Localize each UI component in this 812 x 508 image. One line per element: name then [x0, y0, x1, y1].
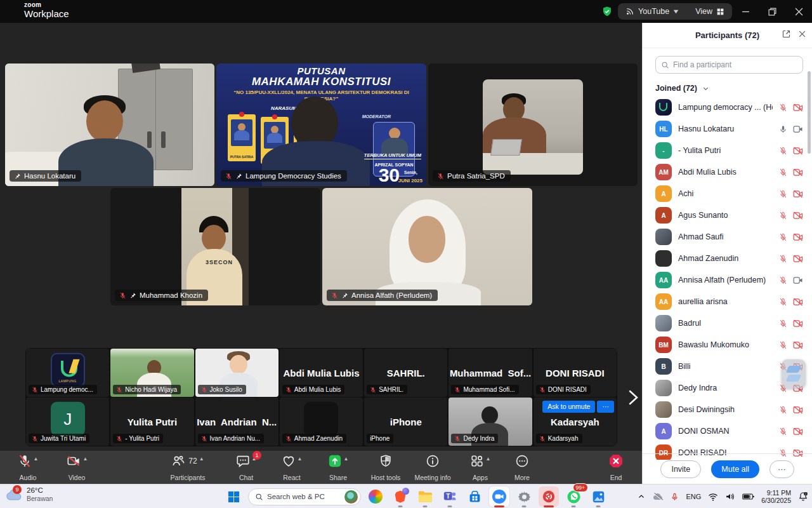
filmstrip-tile[interactable]: LAMPUNG J Juwita Tr [26, 398, 109, 446]
react-chevron-icon[interactable]: ▲ [298, 456, 303, 462]
react-button[interactable]: ▲ React [269, 453, 315, 481]
filmstrip-tile[interactable]: LAMPUNG Lampung de [26, 349, 109, 397]
photos-icon[interactable] [588, 486, 608, 507]
teams-icon[interactable]: T [440, 486, 460, 507]
filmstrip-tile[interactable]: LAMPUNG Nicho Hadi [110, 349, 193, 397]
participant-row[interactable]: BM Bawaslu Mukomuko [643, 334, 812, 356]
mic-in-use-icon[interactable] [671, 492, 679, 502]
filmstrip-tile[interactable]: LAMPUNG iPhone iPho [364, 398, 447, 446]
microsoft-store-icon[interactable] [464, 486, 485, 507]
minimize-button[interactable] [732, 0, 759, 23]
close-panel-icon[interactable] [797, 29, 807, 39]
ask-to-unmute-button[interactable]: Ask to unmute [542, 401, 595, 413]
participant-row[interactable]: AM Abdi Mulia Lubis [643, 161, 812, 183]
restore-button[interactable] [759, 0, 785, 23]
end-button[interactable]: End [593, 453, 639, 481]
filmstrip-tile[interactable]: LAMPUNG Abdi Mulia Lubis [280, 349, 363, 397]
participant-row[interactable]: - - Yulita Putri [643, 140, 812, 161]
invite-button[interactable]: Invite [660, 460, 701, 478]
filmstrip-tile[interactable]: LAMPUNG Yulita Putri [110, 398, 193, 446]
apps-button[interactable]: ▲ Apps [457, 453, 503, 481]
video-button[interactable]: ▲ Video [54, 453, 100, 481]
popout-icon[interactable] [782, 29, 791, 39]
joined-section-header[interactable]: Joined (72) [655, 84, 709, 93]
participant-row[interactable]: A Agus Sunanto [643, 204, 812, 226]
taskbar-clock[interactable]: 9:11 PM 6/30/2025 [761, 489, 791, 505]
share-chevron-icon[interactable]: ▲ [344, 456, 349, 462]
more-button[interactable]: More [499, 453, 545, 481]
participants-button[interactable]: 72 ▲ Participants [160, 453, 215, 481]
mic-off-icon [116, 436, 122, 442]
participant-row[interactable]: AA Annisa Alfath (Perludem) [643, 269, 812, 291]
speaker-icon[interactable] [725, 492, 735, 501]
onedrive-icon[interactable] [652, 492, 664, 501]
view-button[interactable]: View [695, 7, 712, 16]
youtube-chevron-icon[interactable]: ▼ [672, 8, 679, 15]
language-indicator[interactable]: ENG [686, 493, 701, 500]
youtube-stream-label[interactable]: YouTube [638, 7, 669, 16]
whatsapp-icon[interactable]: 99+ [563, 486, 584, 507]
recorder-app-icon[interactable] [539, 486, 559, 507]
floating-widget[interactable] [782, 359, 806, 389]
unmute-overlay: Ask to unmute ··· [542, 401, 614, 413]
notification-bell-icon[interactable]: z [798, 491, 808, 502]
battery-icon[interactable] [742, 493, 754, 500]
audio-button[interactable]: ▲ Audio [5, 453, 51, 481]
find-participant-input[interactable]: Find a participant [655, 56, 803, 74]
share-button[interactable]: ▲ Share [315, 453, 361, 481]
video-chevron-icon[interactable]: ▲ [83, 456, 88, 462]
participant-row[interactable]: Ahmad Saufi [643, 226, 812, 248]
filmstrip-tile[interactable]: LAMPUNG Kadarsyah Ask to unmute ··· [534, 398, 617, 446]
video-tile-annisa[interactable]: Annisa Alfath (Perludem) [322, 188, 532, 305]
taskbar-search-input[interactable]: Search web & PC [248, 488, 361, 505]
video-tile-hasnu[interactable]: Hasnu Lokataru [5, 64, 214, 186]
zoom-app-icon[interactable] [489, 486, 509, 507]
security-shield-icon[interactable] [601, 6, 613, 17]
panel-scrollbar[interactable] [808, 71, 811, 154]
participant-row[interactable]: Badrul [643, 312, 812, 334]
tile-more-button[interactable]: ··· [597, 401, 614, 413]
participants-chevron-icon[interactable]: ▲ [199, 456, 204, 462]
start-button[interactable] [223, 486, 244, 507]
apps-chevron-icon[interactable]: ▲ [486, 456, 491, 462]
mute-all-button[interactable]: Mute all [711, 460, 759, 478]
next-page-arrow[interactable] [624, 389, 642, 406]
host-tools-button[interactable]: Host tools [363, 453, 409, 481]
view-grid-icon[interactable] [716, 8, 724, 16]
filmstrip-tile[interactable]: LAMPUNG Ahmad Zaen [280, 398, 363, 446]
filmstrip-tile[interactable]: LAMPUNG Joko Susil [195, 349, 278, 397]
mic-off-icon [225, 173, 232, 180]
meeting-info-button[interactable]: Meeting info [410, 453, 455, 481]
participant-row[interactable]: AA aurellia arisna [643, 291, 812, 312]
participant-row[interactable]: Desi Dwiningsih [643, 399, 812, 420]
mic-off-icon [539, 436, 546, 442]
filmstrip-tile[interactable]: LAMPUNG Muhammad Sof... [449, 349, 532, 397]
brave-icon[interactable] [390, 486, 410, 507]
participant-row[interactable]: A DONI OSMAN [643, 420, 812, 442]
filmstrip-tile[interactable]: LAMPUNG Dedy Indra [449, 398, 532, 446]
filmstrip-tile[interactable]: LAMPUNG DONI RISADI [534, 349, 617, 397]
camera-off-icon [793, 319, 803, 328]
weather-widget[interactable]: 9 26°C Berawan [5, 486, 53, 502]
camera-off-icon [793, 233, 803, 241]
close-button[interactable] [785, 0, 812, 23]
chat-button[interactable]: 1 ▲ Chat [223, 453, 269, 481]
file-explorer-icon[interactable] [415, 486, 435, 507]
panel-more-button[interactable]: ··· [769, 460, 794, 478]
video-tile-putra[interactable]: Putra Satria_SPD [428, 64, 638, 186]
participant-row[interactable]: A Achi [643, 183, 812, 204]
filmstrip-tile[interactable]: LAMPUNG SAHRIL. SAH [364, 349, 447, 397]
video-tile-khozin[interactable]: 3SECON Muhammad Khozin [110, 188, 320, 305]
copilot-icon[interactable] [365, 486, 386, 507]
video-tile-lampung[interactable]: PUTUSAN MAHKAMAH KONSTITUSI “NO 135/PUU-… [216, 64, 426, 186]
participant-row[interactable]: HL Hasnu Lokataru [643, 118, 812, 140]
camera-off-icon [793, 341, 803, 349]
wifi-icon[interactable] [708, 493, 718, 501]
tray-expand-icon[interactable] [638, 493, 645, 500]
audio-chevron-icon[interactable]: ▲ [34, 456, 39, 462]
participant-row[interactable]: Ahmad Zaenudin [643, 248, 812, 269]
mic-off-icon [779, 276, 787, 284]
settings-icon[interactable] [514, 486, 534, 507]
participant-row[interactable]: Lampung democracy ... (Host, me) [643, 97, 812, 118]
filmstrip-tile[interactable]: LAMPUNG Ivan Andrian N... [195, 398, 278, 446]
